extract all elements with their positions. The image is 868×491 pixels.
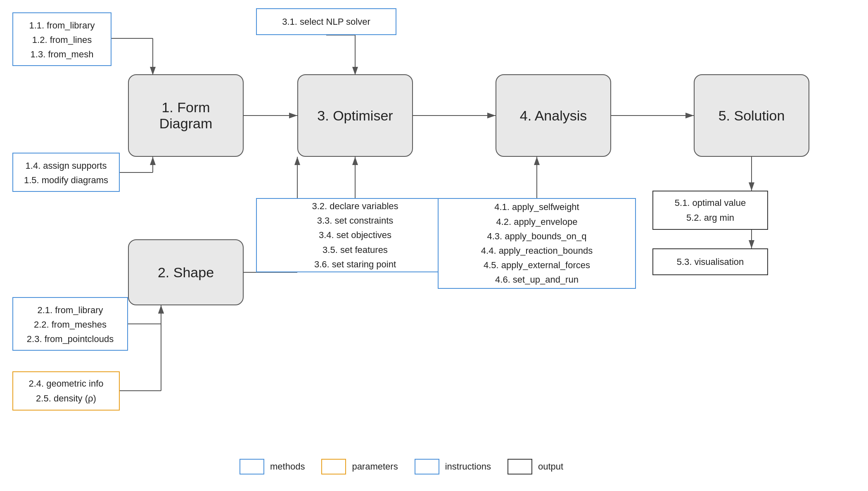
shape-node: 2. Shape <box>128 239 244 305</box>
legend-methods: methods <box>240 459 305 474</box>
methods-box-2: 1.4. assign supports 1.5. modify diagram… <box>12 153 120 192</box>
legend-parameters-box <box>321 459 346 474</box>
legend-methods-label: methods <box>270 461 305 472</box>
legend-instructions-label: instructions <box>445 461 491 472</box>
legend-output: output <box>508 459 563 474</box>
diagram-container: 1. Form Diagram 2. Shape 3. Optimiser 4.… <box>0 0 868 491</box>
solution-node: 5. Solution <box>694 74 809 157</box>
legend: methods parameters instructions output <box>240 459 563 474</box>
nlp-solver-box: 3.1. select NLP solver <box>256 8 396 35</box>
legend-output-box <box>508 459 532 474</box>
form-diagram-node: 1. Form Diagram <box>128 74 244 157</box>
geometric-info-box: 2.4. geometric info 2.5. density (ρ) <box>12 371 120 411</box>
output-box-2: 5.3. visualisation <box>652 248 768 275</box>
optimiser-node: 3. Optimiser <box>297 74 413 157</box>
legend-methods-box <box>240 459 264 474</box>
analysis-steps-box: 4.1. apply_selfweight 4.2. apply_envelop… <box>438 198 636 289</box>
legend-parameters-label: parameters <box>352 461 398 472</box>
legend-instructions-box <box>415 459 439 474</box>
methods-box-1: 1.1. from_library 1.2. from_lines 1.3. f… <box>12 12 111 66</box>
methods-box-3: 2.1. from_library 2.2. from_meshes 2.3. … <box>12 297 128 351</box>
output-box-1: 5.1. optimal value 5.2. arg min <box>652 191 768 230</box>
legend-output-label: output <box>538 461 563 472</box>
legend-instructions: instructions <box>415 459 491 474</box>
legend-parameters: parameters <box>321 459 398 474</box>
analysis-node: 4. Analysis <box>496 74 611 157</box>
optimiser-steps-box: 3.2. declare variables 3.3. set constrai… <box>256 198 454 272</box>
